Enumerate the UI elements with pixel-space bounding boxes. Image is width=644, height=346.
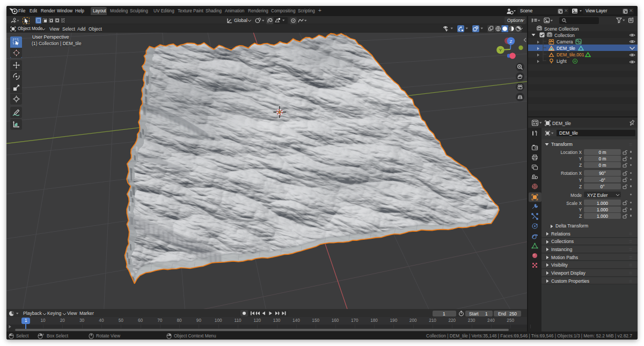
svg-text:Y: Y xyxy=(499,48,502,53)
svg-text:Z: Z xyxy=(510,39,513,44)
